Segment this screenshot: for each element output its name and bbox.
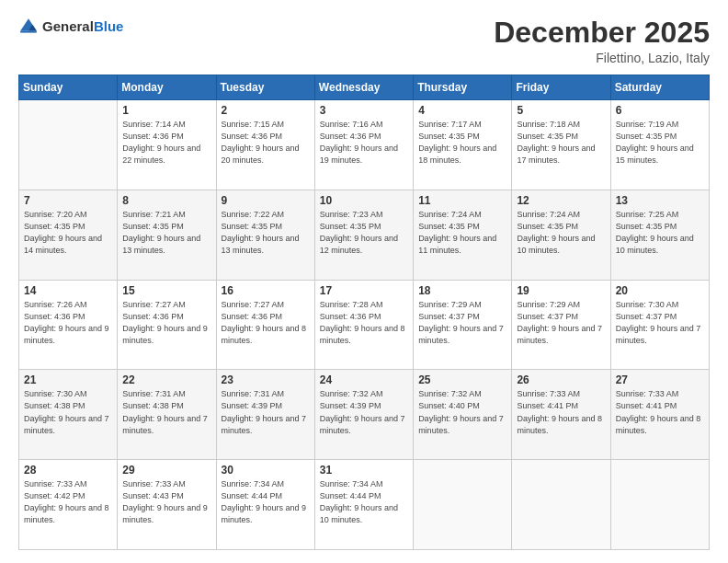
day-info: Sunrise: 7:27 AMSunset: 4:36 PMDaylight:… xyxy=(222,299,310,347)
day-info: Sunrise: 7:33 AMSunset: 4:41 PMDaylight:… xyxy=(517,388,605,436)
week-row-2: 7Sunrise: 7:20 AMSunset: 4:35 PMDaylight… xyxy=(19,190,710,280)
day-number: 18 xyxy=(418,284,506,297)
col-friday: Friday xyxy=(512,75,610,100)
logo-text-block: GeneralBlue xyxy=(42,18,123,35)
day-info: Sunrise: 7:18 AMSunset: 4:35 PMDaylight:… xyxy=(517,119,605,167)
day-info: Sunrise: 7:27 AMSunset: 4:36 PMDaylight:… xyxy=(122,299,210,347)
day-cell xyxy=(414,460,512,550)
day-info: Sunrise: 7:22 AMSunset: 4:35 PMDaylight:… xyxy=(222,209,310,257)
page: GeneralBlue December 2025 Filettino, Laz… xyxy=(0,0,728,563)
day-number: 3 xyxy=(320,104,408,117)
logo-icon xyxy=(18,17,39,37)
day-info: Sunrise: 7:32 AMSunset: 4:40 PMDaylight:… xyxy=(418,388,506,436)
day-number: 24 xyxy=(320,373,408,386)
day-number: 2 xyxy=(222,104,310,117)
day-info: Sunrise: 7:31 AMSunset: 4:38 PMDaylight:… xyxy=(122,388,210,436)
day-info: Sunrise: 7:34 AMSunset: 4:44 PMDaylight:… xyxy=(320,478,408,526)
day-info: Sunrise: 7:33 AMSunset: 4:41 PMDaylight:… xyxy=(616,388,704,436)
day-cell: 8Sunrise: 7:21 AMSunset: 4:35 PMDaylight… xyxy=(118,190,216,280)
day-number: 10 xyxy=(320,194,408,207)
day-number: 7 xyxy=(24,194,112,207)
day-info: Sunrise: 7:29 AMSunset: 4:37 PMDaylight:… xyxy=(418,299,506,347)
day-number: 19 xyxy=(517,284,605,297)
col-wednesday: Wednesday xyxy=(314,75,413,100)
day-info: Sunrise: 7:32 AMSunset: 4:39 PMDaylight:… xyxy=(320,388,408,436)
day-cell xyxy=(19,100,118,190)
day-cell: 2Sunrise: 7:15 AMSunset: 4:36 PMDaylight… xyxy=(216,100,314,190)
day-cell: 23Sunrise: 7:31 AMSunset: 4:39 PMDayligh… xyxy=(216,370,314,460)
day-info: Sunrise: 7:16 AMSunset: 4:36 PMDaylight:… xyxy=(320,119,408,167)
day-cell: 3Sunrise: 7:16 AMSunset: 4:36 PMDaylight… xyxy=(314,100,413,190)
month-title: December 2025 xyxy=(494,17,710,49)
week-row-4: 21Sunrise: 7:30 AMSunset: 4:38 PMDayligh… xyxy=(19,370,710,460)
calendar-body: 1Sunrise: 7:14 AMSunset: 4:36 PMDaylight… xyxy=(19,100,710,550)
col-tuesday: Tuesday xyxy=(216,75,314,100)
day-number: 5 xyxy=(517,104,605,117)
col-monday: Monday xyxy=(118,75,216,100)
day-number: 26 xyxy=(517,373,605,386)
col-thursday: Thursday xyxy=(414,75,512,100)
day-info: Sunrise: 7:26 AMSunset: 4:36 PMDaylight:… xyxy=(24,299,112,347)
day-number: 8 xyxy=(122,194,210,207)
day-info: Sunrise: 7:34 AMSunset: 4:44 PMDaylight:… xyxy=(222,478,310,526)
header: GeneralBlue December 2025 Filettino, Laz… xyxy=(18,17,710,65)
day-number: 11 xyxy=(418,194,506,207)
day-info: Sunrise: 7:30 AMSunset: 4:38 PMDaylight:… xyxy=(24,388,112,436)
day-cell: 16Sunrise: 7:27 AMSunset: 4:36 PMDayligh… xyxy=(216,280,314,370)
day-number: 23 xyxy=(222,373,310,386)
day-cell: 27Sunrise: 7:33 AMSunset: 4:41 PMDayligh… xyxy=(610,370,709,460)
day-cell: 31Sunrise: 7:34 AMSunset: 4:44 PMDayligh… xyxy=(314,460,413,550)
day-info: Sunrise: 7:14 AMSunset: 4:36 PMDaylight:… xyxy=(122,119,210,167)
day-cell: 29Sunrise: 7:33 AMSunset: 4:43 PMDayligh… xyxy=(118,460,216,550)
day-cell: 4Sunrise: 7:17 AMSunset: 4:35 PMDaylight… xyxy=(414,100,512,190)
day-cell: 20Sunrise: 7:30 AMSunset: 4:37 PMDayligh… xyxy=(610,280,709,370)
day-cell: 25Sunrise: 7:32 AMSunset: 4:40 PMDayligh… xyxy=(414,370,512,460)
day-number: 17 xyxy=(320,284,408,297)
day-cell: 28Sunrise: 7:33 AMSunset: 4:42 PMDayligh… xyxy=(19,460,118,550)
day-number: 22 xyxy=(122,373,210,386)
logo: GeneralBlue xyxy=(18,17,123,37)
day-cell xyxy=(512,460,610,550)
day-number: 25 xyxy=(418,373,506,386)
col-saturday: Saturday xyxy=(610,75,709,100)
header-row: Sunday Monday Tuesday Wednesday Thursday… xyxy=(19,75,710,100)
calendar-table: Sunday Monday Tuesday Wednesday Thursday… xyxy=(18,75,710,550)
day-info: Sunrise: 7:28 AMSunset: 4:36 PMDaylight:… xyxy=(320,299,408,347)
day-cell: 30Sunrise: 7:34 AMSunset: 4:44 PMDayligh… xyxy=(216,460,314,550)
day-cell: 11Sunrise: 7:24 AMSunset: 4:35 PMDayligh… xyxy=(414,190,512,280)
day-number: 4 xyxy=(418,104,506,117)
day-info: Sunrise: 7:33 AMSunset: 4:42 PMDaylight:… xyxy=(24,478,112,526)
day-info: Sunrise: 7:15 AMSunset: 4:36 PMDaylight:… xyxy=(222,119,310,167)
day-info: Sunrise: 7:20 AMSunset: 4:35 PMDaylight:… xyxy=(24,209,112,257)
day-number: 13 xyxy=(616,194,704,207)
day-cell xyxy=(610,460,709,550)
day-number: 16 xyxy=(222,284,310,297)
week-row-3: 14Sunrise: 7:26 AMSunset: 4:36 PMDayligh… xyxy=(19,280,710,370)
day-info: Sunrise: 7:33 AMSunset: 4:43 PMDaylight:… xyxy=(122,478,210,526)
day-cell: 7Sunrise: 7:20 AMSunset: 4:35 PMDaylight… xyxy=(19,190,118,280)
day-cell: 1Sunrise: 7:14 AMSunset: 4:36 PMDaylight… xyxy=(118,100,216,190)
day-number: 9 xyxy=(222,194,310,207)
day-cell: 14Sunrise: 7:26 AMSunset: 4:36 PMDayligh… xyxy=(19,280,118,370)
day-number: 29 xyxy=(122,464,210,477)
day-info: Sunrise: 7:29 AMSunset: 4:37 PMDaylight:… xyxy=(517,299,605,347)
day-info: Sunrise: 7:23 AMSunset: 4:35 PMDaylight:… xyxy=(320,209,408,257)
day-number: 6 xyxy=(616,104,704,117)
day-number: 12 xyxy=(517,194,605,207)
svg-rect-2 xyxy=(20,30,37,32)
day-cell: 19Sunrise: 7:29 AMSunset: 4:37 PMDayligh… xyxy=(512,280,610,370)
day-cell: 12Sunrise: 7:24 AMSunset: 4:35 PMDayligh… xyxy=(512,190,610,280)
day-number: 20 xyxy=(616,284,704,297)
day-number: 21 xyxy=(24,373,112,386)
day-cell: 10Sunrise: 7:23 AMSunset: 4:35 PMDayligh… xyxy=(314,190,413,280)
day-info: Sunrise: 7:31 AMSunset: 4:39 PMDaylight:… xyxy=(222,388,310,436)
day-info: Sunrise: 7:24 AMSunset: 4:35 PMDaylight:… xyxy=(517,209,605,257)
day-info: Sunrise: 7:21 AMSunset: 4:35 PMDaylight:… xyxy=(122,209,210,257)
day-number: 30 xyxy=(222,464,310,477)
day-number: 1 xyxy=(122,104,210,117)
day-cell: 13Sunrise: 7:25 AMSunset: 4:35 PMDayligh… xyxy=(610,190,709,280)
day-cell: 15Sunrise: 7:27 AMSunset: 4:36 PMDayligh… xyxy=(118,280,216,370)
day-number: 28 xyxy=(24,464,112,477)
day-cell: 18Sunrise: 7:29 AMSunset: 4:37 PMDayligh… xyxy=(414,280,512,370)
title-block: December 2025 Filettino, Lazio, Italy xyxy=(494,17,710,65)
